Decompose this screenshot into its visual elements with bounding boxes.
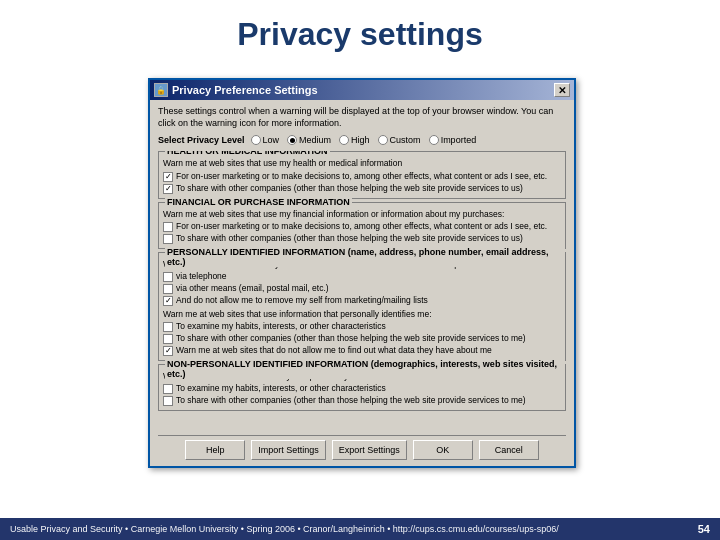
checkbox-health-1[interactable]: For on-user marketing or to make decisio… (163, 171, 561, 182)
cancel-button[interactable]: Cancel (479, 440, 539, 460)
section-health-body: Warn me at web sites that use my health … (163, 158, 561, 193)
radio-group: Low Medium High Custom (251, 135, 477, 145)
checkbox-financial-2-box[interactable] (163, 234, 173, 244)
dialog-scroll[interactable]: HEALTH OR MEDICAL INFORMATION Warn me at… (158, 151, 566, 429)
titlebar-left: 🔒 Privacy Preference Settings (154, 83, 318, 97)
section-pii-title: PERSONALLY IDENTIFIED INFORMATION (name,… (165, 247, 565, 267)
radio-circle-custom (378, 135, 388, 145)
section-financial-desc: Warn me at web sites that use my financi… (163, 209, 561, 219)
dialog-icon: 🔒 (154, 83, 168, 97)
checkbox-health-2[interactable]: To share with other companies (other tha… (163, 183, 561, 194)
privacy-level-label: Select Privacy Level (158, 135, 245, 145)
checkbox-pii-3[interactable]: And do not allow me to remove my self fr… (163, 295, 561, 306)
close-button[interactable]: ✕ (554, 83, 570, 97)
checkbox-financial-1-label: For on-user marketing or to make decisio… (176, 221, 547, 231)
privacy-dialog: 🔒 Privacy Preference Settings ✕ These se… (148, 78, 576, 468)
radio-imported[interactable]: Imported (429, 135, 477, 145)
checkbox-health-1-label: For on-user marketing or to make decisio… (176, 171, 547, 181)
radio-high[interactable]: High (339, 135, 370, 145)
slide: Privacy settings 🔒 Privacy Preference Se… (0, 0, 720, 540)
checkbox-pii-5-label: To share with other companies (other tha… (176, 333, 526, 343)
checkbox-pii-4-box[interactable] (163, 322, 173, 332)
section-financial-title: FINANCIAL OR PURCHASE INFORMATION (165, 197, 352, 207)
radio-circle-imported (429, 135, 439, 145)
help-button[interactable]: Help (185, 440, 245, 460)
checkbox-pii-4-label: To examine my habits, interests, or othe… (176, 321, 386, 331)
checkbox-pii-2-label: via other means (email, postal mail, etc… (176, 283, 329, 293)
radio-low[interactable]: Low (251, 135, 280, 145)
footer-text: Usable Privacy and Security • Carnegie M… (10, 524, 559, 534)
radio-custom[interactable]: Custom (378, 135, 421, 145)
section-pii-desc2: Warn me at web sites that use informatio… (163, 309, 561, 319)
footer-page: 54 (698, 523, 710, 535)
checkbox-pii-6-box[interactable] (163, 346, 173, 356)
checkbox-financial-1-box[interactable] (163, 222, 173, 232)
checkbox-nonpii-1[interactable]: To examine my habits, interests, or othe… (163, 383, 561, 394)
checkbox-health-1-box[interactable] (163, 172, 173, 182)
checkbox-financial-2-label: To share with other companies (other tha… (176, 233, 523, 243)
dialog-titlebar: 🔒 Privacy Preference Settings ✕ (150, 80, 574, 100)
section-financial: FINANCIAL OR PURCHASE INFORMATION Warn m… (158, 202, 566, 249)
section-financial-body: Warn me at web sites that use my financi… (163, 209, 561, 244)
radio-circle-medium (287, 135, 297, 145)
footer-bar: Usable Privacy and Security • Carnegie M… (0, 518, 720, 540)
checkbox-pii-4[interactable]: To examine my habits, interests, or othe… (163, 321, 561, 332)
checkbox-pii-3-box[interactable] (163, 296, 173, 306)
checkbox-nonpii-2-label: To share with other companies (other tha… (176, 395, 526, 405)
dialog-description: These settings control when a warning wi… (158, 106, 566, 129)
dialog-buttons: Help Import Settings Export Settings OK … (158, 435, 566, 462)
checkbox-pii-1-label: via telephone (176, 271, 227, 281)
checkbox-pii-1[interactable]: via telephone (163, 271, 561, 282)
privacy-level-row: Select Privacy Level Low Medium High (158, 135, 566, 145)
checkbox-health-2-label: To share with other companies (other tha… (176, 183, 523, 193)
section-health-title: HEALTH OR MEDICAL INFORMATION (165, 151, 330, 156)
section-health-desc: Warn me at web sites that use my health … (163, 158, 561, 168)
section-nonpii-title: NON-PERSONALLY IDENTIFIED INFORMATION (d… (165, 359, 565, 379)
checkbox-pii-5[interactable]: To share with other companies (other tha… (163, 333, 561, 344)
radio-circle-high (339, 135, 349, 145)
section-health: HEALTH OR MEDICAL INFORMATION Warn me at… (158, 151, 566, 198)
radio-circle-low (251, 135, 261, 145)
checkbox-nonpii-1-box[interactable] (163, 384, 173, 394)
ok-button[interactable]: OK (413, 440, 473, 460)
checkbox-financial-2[interactable]: To share with other companies (other tha… (163, 233, 561, 244)
checkbox-pii-1-box[interactable] (163, 272, 173, 282)
slide-title: Privacy settings (0, 0, 720, 63)
section-pii: PERSONALLY IDENTIFIED INFORMATION (name,… (158, 252, 566, 361)
section-pii-body: Warn me at web sites that may contact me… (163, 259, 561, 356)
dialog-title-text: Privacy Preference Settings (172, 84, 318, 96)
checkbox-nonpii-1-label: To examine my habits, interests, or othe… (176, 383, 386, 393)
checkbox-financial-1[interactable]: For on-user marketing or to make decisio… (163, 221, 561, 232)
checkbox-pii-6-label: Warn me at web sites that do not allow m… (176, 345, 492, 355)
checkbox-nonpii-2[interactable]: To share with other companies (other tha… (163, 395, 561, 406)
section-nonpii: NON-PERSONALLY IDENTIFIED INFORMATION (d… (158, 364, 566, 411)
checkbox-pii-6[interactable]: Warn me at web sites that do not allow m… (163, 345, 561, 356)
import-button[interactable]: Import Settings (251, 440, 326, 460)
checkbox-nonpii-2-box[interactable] (163, 396, 173, 406)
checkbox-pii-5-box[interactable] (163, 334, 173, 344)
radio-medium[interactable]: Medium (287, 135, 331, 145)
checkbox-health-2-box[interactable] (163, 184, 173, 194)
dialog-body: These settings control when a warning wi… (150, 100, 574, 466)
checkbox-pii-2[interactable]: via other means (email, postal mail, etc… (163, 283, 561, 294)
checkbox-pii-3-label: And do not allow me to remove my self fr… (176, 295, 428, 305)
checkbox-pii-2-box[interactable] (163, 284, 173, 294)
export-button[interactable]: Export Settings (332, 440, 407, 460)
